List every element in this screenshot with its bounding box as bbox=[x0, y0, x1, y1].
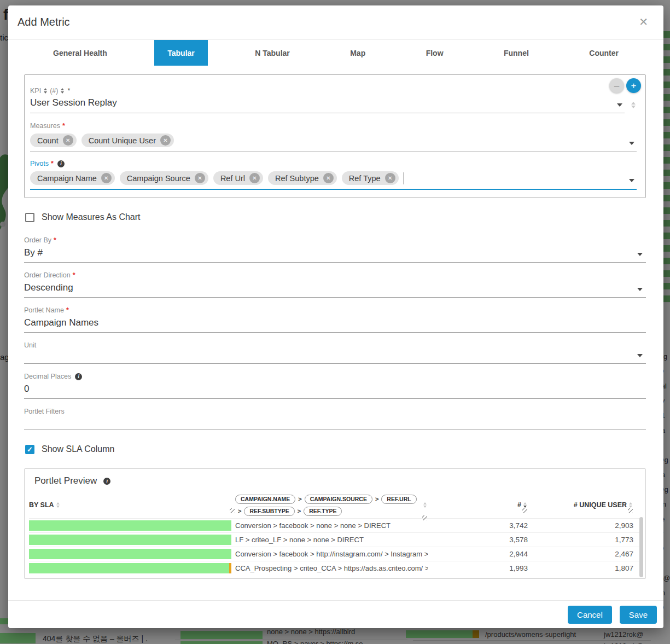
chevron-down-icon[interactable] bbox=[629, 142, 634, 145]
header-by-sla[interactable]: BY SLA bbox=[29, 501, 235, 509]
chip-remove-icon[interactable]: ✕ bbox=[160, 135, 171, 146]
tab-counter[interactable]: Counter bbox=[576, 40, 632, 66]
measures-multiselect[interactable]: Count✕Count Unique User✕ bbox=[30, 132, 637, 152]
field-label: Order Direction* bbox=[24, 271, 646, 279]
stepper-icon[interactable] bbox=[631, 102, 636, 108]
checkbox-unchecked[interactable] bbox=[25, 213, 34, 222]
chip-remove-icon[interactable]: ✕ bbox=[249, 173, 260, 183]
row-unique-users: 2,467 bbox=[528, 550, 633, 558]
order-by-value: By # bbox=[24, 244, 646, 263]
close-icon[interactable]: ✕ bbox=[639, 16, 648, 28]
chip-remove-icon[interactable]: ✕ bbox=[195, 173, 205, 183]
chip-campaign-source: Campaign Source✕ bbox=[120, 171, 208, 185]
chevron-down-icon[interactable] bbox=[617, 103, 622, 107]
field-label: Order By* bbox=[24, 236, 646, 244]
add-kpi-button[interactable]: + bbox=[626, 78, 641, 93]
show-sla-column-toggle[interactable]: ✓ Show SLA Column bbox=[25, 444, 646, 454]
scrollbar-thumb[interactable] bbox=[639, 517, 643, 577]
column-resize-handle[interactable] bbox=[628, 508, 633, 513]
checkbox-label: Show SLA Column bbox=[42, 444, 114, 454]
order-direction-field[interactable]: Order Direction* Descending bbox=[24, 271, 646, 298]
chip-remove-icon[interactable]: ✕ bbox=[385, 173, 395, 183]
order-direction-value: Descending bbox=[24, 279, 646, 298]
sort-descending-icon[interactable] bbox=[523, 502, 527, 508]
chip-count: Count✕ bbox=[30, 134, 77, 147]
row-unique-users: 1,807 bbox=[528, 564, 633, 572]
unit-value bbox=[24, 349, 646, 364]
portlet-filters-field[interactable]: Portlet Filters bbox=[24, 408, 646, 430]
modal-footer: Cancel Save bbox=[8, 600, 663, 628]
add-metric-modal: Add Metric ✕ General HealthTabularN Tabu… bbox=[8, 5, 663, 628]
kpi-select[interactable]: User Session Replay bbox=[30, 96, 625, 113]
preview-table-header: BY SLA CAMPAIGN.NAME>CAMPAIGN.SOURCE>REF… bbox=[29, 492, 642, 518]
tab-map[interactable]: Map bbox=[337, 40, 378, 66]
portlet-filters-input[interactable] bbox=[24, 415, 646, 430]
row-count: 1,993 bbox=[428, 564, 528, 572]
kpi-label: KPI (#) * bbox=[30, 87, 637, 95]
tab-funnel[interactable]: Funnel bbox=[491, 40, 542, 66]
tab-tabular[interactable]: Tabular bbox=[154, 40, 208, 66]
unit-field[interactable]: Unit bbox=[24, 341, 646, 364]
column-resize-handle[interactable] bbox=[230, 508, 235, 513]
chip-ref-subtype: Ref Subtype✕ bbox=[268, 171, 337, 185]
sort-icon[interactable] bbox=[56, 502, 60, 508]
column-resize-handle[interactable] bbox=[522, 508, 527, 513]
chip-ref-type: Ref Type✕ bbox=[342, 171, 399, 185]
portlet-name-field[interactable]: Portlet Name* Campaign Names bbox=[24, 306, 646, 333]
kpi-selected-value: User Session Replay bbox=[30, 97, 117, 108]
pill-separator: > bbox=[238, 508, 241, 514]
chip-campaign-name: Campaign Name✕ bbox=[30, 171, 115, 185]
tab-general-health[interactable]: General Health bbox=[40, 40, 120, 66]
chip-remove-icon[interactable]: ✕ bbox=[101, 173, 112, 183]
chevron-down-icon[interactable] bbox=[637, 288, 643, 291]
sort-order-icon[interactable] bbox=[61, 88, 64, 94]
info-icon[interactable]: i bbox=[103, 478, 110, 485]
decimal-places-input[interactable]: 0 bbox=[24, 380, 646, 399]
chevron-down-icon[interactable] bbox=[637, 253, 643, 256]
header-pivots[interactable]: CAMPAIGN.NAME>CAMPAIGN.SOURCE>REF.URL>RE… bbox=[235, 495, 428, 516]
pivots-multiselect[interactable]: Campaign Name✕Campaign Source✕Ref Url✕Re… bbox=[30, 170, 637, 190]
sort-icon[interactable] bbox=[629, 502, 632, 508]
sla-bar bbox=[29, 549, 231, 559]
chip-label: Count Unique User bbox=[89, 136, 156, 145]
show-measures-as-chart-toggle[interactable]: Show Measures As Chart bbox=[25, 212, 646, 222]
info-icon[interactable]: i bbox=[75, 373, 82, 380]
portlet-preview-title: Portlet Preview i bbox=[34, 475, 642, 486]
chevron-down-icon[interactable] bbox=[637, 354, 643, 357]
pivot-pill: CAMPAIGN.NAME bbox=[235, 495, 295, 504]
row-unique-users: 2,903 bbox=[528, 521, 633, 530]
chip-label: Campaign Name bbox=[37, 174, 97, 183]
pill-separator: > bbox=[298, 496, 301, 502]
checkbox-checked[interactable]: ✓ bbox=[25, 445, 34, 454]
chevron-down-icon[interactable] bbox=[629, 179, 634, 182]
order-by-field[interactable]: Order By* By # bbox=[24, 236, 646, 263]
column-resize-handle[interactable] bbox=[422, 515, 427, 520]
field-label: Unit bbox=[24, 341, 646, 349]
chip-remove-icon[interactable]: ✕ bbox=[323, 173, 334, 183]
tab-bar: General HealthTabularN TabularMapFlowFun… bbox=[8, 40, 663, 66]
chip-remove-icon[interactable]: ✕ bbox=[63, 135, 73, 146]
tab-flow[interactable]: Flow bbox=[413, 40, 457, 66]
preview-table-row: Conversion > facebook > http://instagram… bbox=[29, 547, 642, 561]
portlet-name-input[interactable]: Campaign Names bbox=[24, 314, 646, 333]
measures-label: Measures* bbox=[30, 122, 637, 130]
sort-icon[interactable] bbox=[423, 502, 427, 508]
tab-n-tabular[interactable]: N Tabular bbox=[242, 40, 303, 66]
pivot-pill: REF.URL bbox=[381, 495, 416, 504]
cancel-button[interactable]: Cancel bbox=[568, 606, 612, 624]
modal-title: Add Metric bbox=[18, 16, 70, 28]
row-pivot-path: LF > criteo_LF > none > none > DIRECT bbox=[235, 536, 428, 544]
chip-ref-url: Ref Url✕ bbox=[213, 171, 263, 185]
chip-label: Ref Url bbox=[220, 174, 245, 183]
save-button[interactable]: Save bbox=[620, 606, 657, 624]
decimal-places-field[interactable]: Decimal Places i 0 bbox=[24, 373, 646, 399]
modal-content: – + KPI (#) * User Session Replay Measur… bbox=[8, 66, 663, 600]
header-unique-user[interactable]: # UNIQUE USER bbox=[528, 501, 633, 509]
portlet-preview-box: Portlet Preview i BY SLA CAMPAIGN.NAME>C… bbox=[24, 468, 646, 579]
info-icon[interactable]: i bbox=[57, 160, 65, 167]
remove-kpi-button[interactable]: – bbox=[609, 78, 624, 93]
row-unique-users: 1,773 bbox=[528, 536, 633, 544]
header-count[interactable]: # bbox=[428, 501, 528, 509]
row-pivot-path: Conversion > facebook > none > none > DI… bbox=[235, 521, 428, 530]
sort-order-icon[interactable] bbox=[44, 88, 47, 94]
